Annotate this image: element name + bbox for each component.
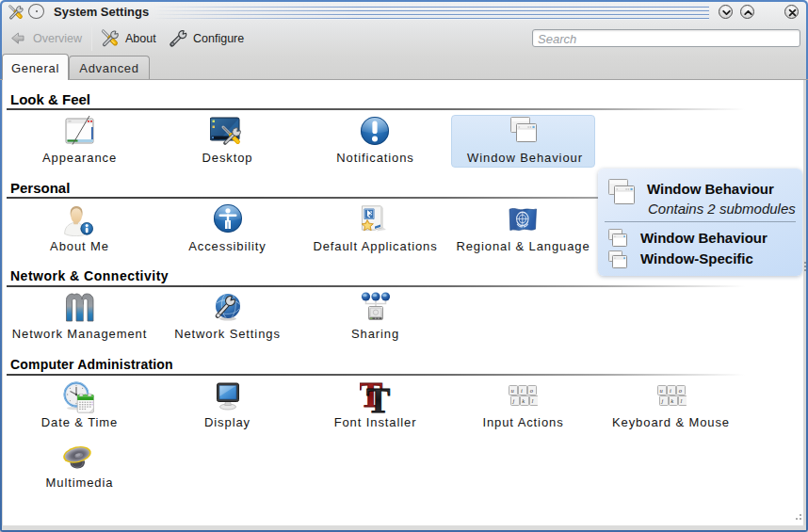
svg-text:k: k [671, 397, 673, 404]
svg-text:j: j [661, 397, 664, 404]
svg-text:l: l [681, 397, 683, 404]
svg-text:i: i [521, 387, 523, 394]
svg-text:l: l [532, 397, 534, 404]
svg-text:j: j [512, 397, 515, 404]
svg-text:k: k [522, 397, 525, 404]
svg-text:T: T [366, 380, 390, 413]
svg-text:i: i [670, 387, 671, 394]
